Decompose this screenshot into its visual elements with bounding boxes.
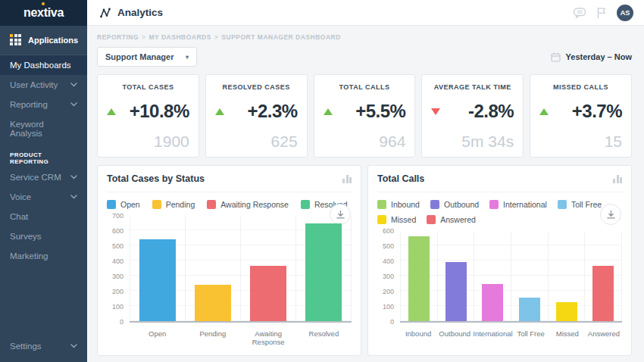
user-avatar[interactable]: AS <box>617 5 633 21</box>
plot-column <box>295 217 352 321</box>
legend-item-awaiting-response[interactable]: Awaiting Response <box>207 200 289 209</box>
kpi-row: TOTAL CASES+10.8%1900RESOLVED CASES+2.3%… <box>97 74 632 158</box>
sidebar-item-marketing[interactable]: Marketing <box>0 246 87 266</box>
top-header: Analytics AS <box>87 0 644 26</box>
sidebar-item-label: Settings <box>10 342 42 351</box>
sidebar-item-label: Reporting <box>10 100 48 109</box>
x-axis-label-international: International <box>473 329 512 338</box>
sidebar-item-settings[interactable]: Settings <box>0 336 87 356</box>
dashboard-select[interactable]: Support Manager ▾ <box>97 47 197 67</box>
bar-toll-free <box>519 298 540 321</box>
kpi-card-total-cases: TOTAL CASES+10.8%1900 <box>97 74 199 158</box>
legend-swatch <box>377 215 386 224</box>
y-axis-tick: 700 <box>112 212 123 220</box>
applications-grid-icon <box>10 34 21 45</box>
sidebar-item-label: User Activity <box>10 80 58 89</box>
chevron-down-icon <box>70 175 77 179</box>
x-axis-label-answered: Answered <box>586 329 622 338</box>
main-column: Analytics AS REPORTING>MY DASHBOARDS>SUP… <box>87 0 644 362</box>
chevron-down-icon <box>70 102 77 107</box>
y-axis-tick: 0 <box>120 318 123 326</box>
x-axis-label-awaiting-response: Awaiting Response <box>241 329 296 346</box>
legend-item-international[interactable]: International <box>489 200 547 209</box>
y-axis-tick: 600 <box>112 227 123 235</box>
plot-column <box>548 232 585 321</box>
date-range-picker[interactable]: Yesterday – Now <box>551 52 632 62</box>
page-title: Analytics <box>117 7 163 18</box>
bar-chart-type-icon[interactable] <box>613 175 622 183</box>
chat-bubble-icon[interactable] <box>573 7 586 19</box>
sidebar-section-product-reporting: PRODUCT REPORTING <box>0 143 87 167</box>
sidebar-item-my-dashboards[interactable]: My Dashboards <box>0 55 87 75</box>
applications-button[interactable]: Applications <box>0 26 87 53</box>
legend-item-answered[interactable]: Answered <box>427 215 476 224</box>
legend-label: International <box>503 200 547 209</box>
chart-legend: OpenPendingAwaiting ResponseResolved <box>107 192 352 211</box>
bar-chart-type-icon[interactable] <box>342 175 352 183</box>
legend-item-pending[interactable]: Pending <box>152 200 195 209</box>
y-axis-tick: 300 <box>383 273 394 280</box>
y-axis-tick: 300 <box>112 273 123 280</box>
flag-icon[interactable] <box>596 7 607 19</box>
bar-answered <box>592 266 614 321</box>
sidebar-item-voice[interactable]: Voice <box>0 187 87 207</box>
x-axis-label-toll-free: Toll Free <box>513 329 549 338</box>
sidebar-item-reporting[interactable]: Reporting <box>0 95 87 114</box>
sidebar-item-label: Keyword Analysis <box>10 120 77 138</box>
legend-label: Pending <box>166 200 195 209</box>
chevron-down-icon: ▾ <box>186 54 189 61</box>
nextiva-logo[interactable]: nextiva <box>0 0 87 26</box>
kpi-value: 5m 34s <box>431 133 514 151</box>
x-axis-label-open: Open <box>130 329 185 346</box>
charts-row: Total Cases by Status OpenPendingAwaitin… <box>97 165 632 356</box>
legend-item-toll-free[interactable]: Toll Free <box>558 200 602 209</box>
bar-open <box>139 239 176 321</box>
legend-label: Outbound <box>444 200 479 209</box>
sidebar-item-label: Voice <box>10 192 31 201</box>
bar-awaiting-response <box>250 266 286 321</box>
kpi-percent: +10.8% <box>130 101 189 122</box>
sidebar-item-surveys[interactable]: Surveys <box>0 226 87 246</box>
calendar-icon <box>551 52 561 62</box>
legend-label: Answered <box>440 215 476 224</box>
plot-column <box>185 217 240 321</box>
legend-swatch <box>107 200 116 209</box>
kpi-card-average-talk-time: AVERAGE TALK TIME-2.8%5m 34s <box>421 74 524 158</box>
sidebar-nav: My DashboardsUser ActivityReportingKeywo… <box>0 53 87 362</box>
breadcrumb-support-manager-dashboard[interactable]: SUPPORT MANAGER DASHBOARD <box>221 33 340 41</box>
legend-item-missed[interactable]: Missed <box>377 215 416 224</box>
kpi-title: AVERAGE TALK TIME <box>431 83 514 91</box>
legend-swatch <box>207 200 216 209</box>
download-icon <box>606 210 616 220</box>
sidebar: nextiva Applications My DashboardsUser A… <box>0 0 87 362</box>
sidebar-item-user-activity[interactable]: User Activity <box>0 75 87 95</box>
sidebar-item-label: Service CRM <box>10 173 61 182</box>
legend-item-inbound[interactable]: Inbound <box>377 200 420 209</box>
bar-inbound <box>408 236 430 321</box>
x-axis-label-pending: Pending <box>185 329 240 346</box>
sidebar-item-chat[interactable]: Chat <box>0 207 87 226</box>
sidebar-item-keyword-analysis[interactable]: Keyword Analysis <box>0 114 87 143</box>
y-axis-tick: 100 <box>112 303 123 311</box>
breadcrumb: REPORTING>MY DASHBOARDS>SUPPORT MANAGER … <box>97 33 632 41</box>
trend-up-triangle-icon <box>107 108 116 115</box>
sidebar-item-label: Surveys <box>10 232 42 241</box>
kpi-percent: +3.7% <box>572 101 622 122</box>
breadcrumb-my-dashboards[interactable]: MY DASHBOARDS <box>149 33 211 41</box>
chevron-down-icon <box>70 195 77 199</box>
legend-item-outbound[interactable]: Outbound <box>430 200 479 209</box>
bar-outbound <box>445 262 467 321</box>
legend-item-open[interactable]: Open <box>107 200 140 209</box>
legend-swatch <box>152 200 161 209</box>
download-button[interactable] <box>600 204 621 225</box>
breadcrumb-reporting[interactable]: REPORTING <box>97 33 139 41</box>
x-axis-label-inbound: Inbound <box>400 329 436 338</box>
y-axis-tick: 600 <box>383 227 394 235</box>
legend-swatch <box>301 200 310 209</box>
plot-column <box>400 232 437 321</box>
sidebar-item-service-crm[interactable]: Service CRM <box>0 167 87 187</box>
legend-swatch <box>489 200 499 209</box>
legend-label: Open <box>120 200 140 209</box>
applications-label: Applications <box>28 36 78 45</box>
kpi-value: 1900 <box>107 133 189 151</box>
